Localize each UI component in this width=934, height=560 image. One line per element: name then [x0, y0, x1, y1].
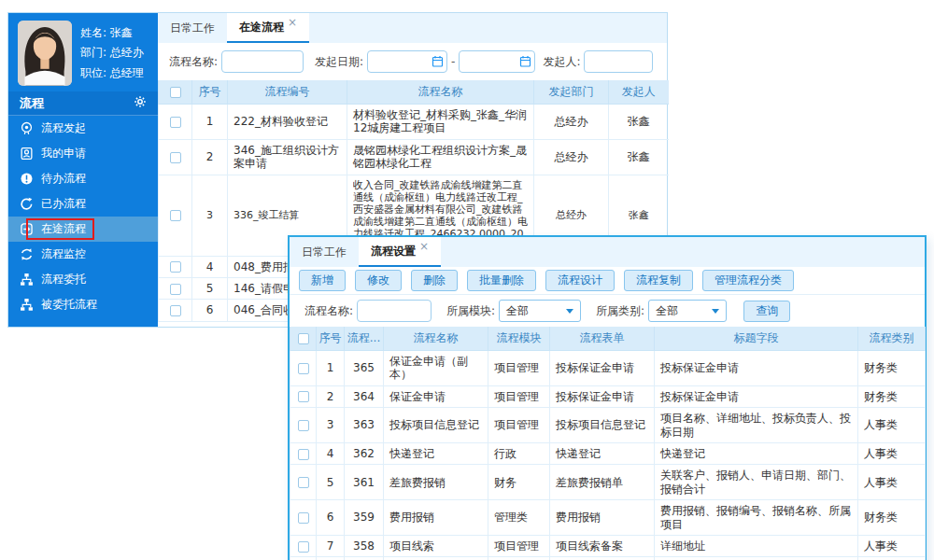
close-tab-icon[interactable]: × — [288, 16, 297, 29]
table-row[interactable]: 7358项目线索项目管理项目线索备案详细地址人事类 — [290, 535, 926, 556]
calendar-icon[interactable] — [519, 55, 531, 70]
table-row[interactable]: 4362快递登记行政快递登记快递登记人事类 — [290, 442, 926, 464]
tab-daily-work-2[interactable]: 日常工作 — [290, 237, 359, 267]
table-row[interactable]: 5361差旅费报销财务差旅费报销单关联客户、报销人、申请日期、部门、报销合计人事… — [290, 465, 926, 500]
table-cell: 费用报销 — [384, 500, 488, 536]
sync-icon — [20, 247, 34, 261]
module-select[interactable]: 全部 — [499, 300, 581, 322]
table-cell: 365 — [345, 351, 384, 386]
batch-delete-button[interactable]: 批量删除 — [467, 270, 536, 291]
table-row[interactable]: 1222_材料验收登记材料验收登记_材料采购_张鑫_华润12城房建工程项目总经办… — [159, 105, 669, 140]
add-button[interactable]: 新增 — [299, 270, 346, 291]
table-cell: 363 — [345, 408, 384, 443]
category-select[interactable]: 全部 — [648, 300, 727, 322]
sidebar-item-process-monitor[interactable]: 流程监控 — [8, 242, 158, 267]
sidebar-item-done-processes[interactable]: 已办流程 — [8, 191, 158, 217]
process-name-input-2[interactable] — [357, 300, 432, 322]
table-row[interactable]: 3363投标项目信息登记项目管理投标项目信息登记项目名称、详细地址、投标负责人、… — [290, 408, 926, 443]
process-copy-button[interactable]: 流程复制 — [624, 270, 693, 291]
tab-in-transit[interactable]: 在途流程 × — [227, 13, 309, 43]
table-cell: 358 — [345, 535, 384, 556]
row-checkbox[interactable] — [298, 420, 309, 431]
sidebar-item-process-start[interactable]: 流程发起 — [8, 116, 158, 141]
table-cell: 投标保证金申请 — [655, 351, 858, 386]
table-cell: 项目名称、详细地址、投标负责人、投标日期 — [655, 408, 858, 443]
table-cell: 总经办 — [534, 139, 609, 175]
row-checkbox[interactable] — [170, 261, 181, 273]
checkbox-cell — [290, 385, 317, 407]
checkbox-cell — [159, 256, 192, 277]
sidebar-item-my-applications[interactable]: 我的申请 — [8, 141, 158, 166]
checkbox-cell — [290, 465, 317, 500]
table-cell: 财务类 — [858, 351, 926, 386]
table-cell: 总经办 — [534, 105, 609, 140]
search-button[interactable]: 查询 — [743, 301, 790, 322]
column-header: 标题字段 — [655, 327, 858, 351]
manage-category-button[interactable]: 管理流程分类 — [702, 270, 794, 291]
checkbox-cell — [290, 500, 317, 536]
row-checkbox[interactable] — [298, 541, 309, 553]
sidebar: 姓名: 张鑫 部门: 总经办 职位: 总经理 流程 — [8, 13, 158, 327]
select-all-checkbox[interactable] — [170, 87, 181, 98]
table-cell: 财务 — [488, 465, 550, 500]
category-select-value: 全部 — [656, 303, 678, 319]
row-checkbox[interactable] — [298, 477, 309, 488]
process-name-label-2: 流程名称: — [304, 303, 353, 319]
chevron-down-icon — [712, 309, 719, 314]
broadcast-icon — [20, 121, 34, 135]
select-all-checkbox[interactable] — [298, 333, 309, 344]
table-cell: 项目管理 — [488, 351, 550, 386]
sidebar-item-label: 我的申请 — [41, 146, 86, 161]
delete-button[interactable]: 删除 — [411, 270, 458, 291]
gear-icon[interactable] — [134, 95, 147, 111]
table-cell: 快递登记 — [384, 442, 488, 464]
sidebar-item-todo-processes[interactable]: 待办流程 — [8, 166, 158, 191]
tab-daily-work[interactable]: 日常工作 — [158, 13, 227, 43]
row-checkbox[interactable] — [170, 210, 181, 221]
row-checkbox[interactable] — [170, 117, 181, 128]
row-checkbox[interactable] — [170, 305, 181, 316]
tab-label: 在途流程 — [239, 20, 284, 35]
row-checkbox[interactable] — [298, 363, 309, 374]
table-cell: 关联客户、报销人、申请日期、部门、报销合计 — [655, 465, 858, 500]
sidebar-item-delegated-processes[interactable]: 被委托流程 — [8, 292, 158, 317]
process-settings-table: 序号流程...流程名称流程模块流程表单标题字段流程类别1365保证金申请（副本）… — [290, 327, 926, 560]
row-checkbox[interactable] — [170, 152, 181, 163]
table-cell: 7 — [317, 535, 345, 556]
process-name-input[interactable] — [221, 50, 304, 73]
sidebar-item-label: 流程发起 — [41, 120, 86, 136]
tab-process-settings[interactable]: 流程设置 × — [359, 237, 441, 267]
sidebar-item-in-transit-processes[interactable]: 在途流程 — [8, 217, 158, 242]
table-cell: 人事类 — [858, 442, 926, 464]
row-checkbox[interactable] — [298, 391, 309, 402]
checkbox-cell — [290, 351, 317, 386]
table-row[interactable]: 2364保证金申请项目管理投标保证金申请投标保证金申请财务类 — [290, 385, 926, 407]
user-photo — [18, 21, 72, 86]
table-row[interactable]: 2346_施工组织设计方案申请晟铭园林绿化工程组织设计方案_晟铭园林绿化工程总经… — [159, 139, 669, 175]
table-cell: 投标保证金申请 — [655, 385, 858, 407]
table-cell: 346_施工组织设计方案申请 — [228, 139, 347, 175]
table-cell: 财务类 — [858, 500, 926, 536]
row-checkbox[interactable] — [170, 284, 181, 295]
close-tab-icon[interactable]: × — [419, 240, 429, 253]
row-checkbox[interactable] — [298, 512, 309, 524]
process-design-button[interactable]: 流程设计 — [545, 270, 615, 291]
checkbox-cell — [290, 535, 317, 556]
checkbox-cell — [159, 175, 192, 256]
user-name: 姓名: 张鑫 — [80, 25, 144, 41]
table-row[interactable]: 6359费用报销管理类费用报销费用报销、报销编号、报销名称、所属项目财务类 — [290, 500, 926, 536]
row-checkbox[interactable] — [298, 449, 309, 460]
sidebar-item-process-delegate[interactable]: 流程委托 — [8, 267, 158, 292]
calendar-icon[interactable] — [432, 55, 444, 70]
sidebar-menu: 流程发起 我的申请 待办流程 — [8, 116, 158, 327]
user-department: 部门: 总经办 — [80, 45, 144, 61]
checkbox-cell — [159, 139, 192, 175]
table-row[interactable]: 1365保证金申请（副本）项目管理投标保证金申请投标保证金申请财务类 — [290, 351, 926, 386]
initiator-input[interactable] — [584, 50, 653, 73]
column-header: 流程模块 — [488, 327, 550, 351]
win1-filterbar: 流程名称: 发起日期: - 发 — [158, 43, 667, 80]
column-header: 发起部门 — [534, 80, 609, 105]
edit-button[interactable]: 修改 — [355, 270, 402, 291]
table-cell: 4 — [192, 256, 228, 277]
id-card-icon — [20, 147, 34, 161]
